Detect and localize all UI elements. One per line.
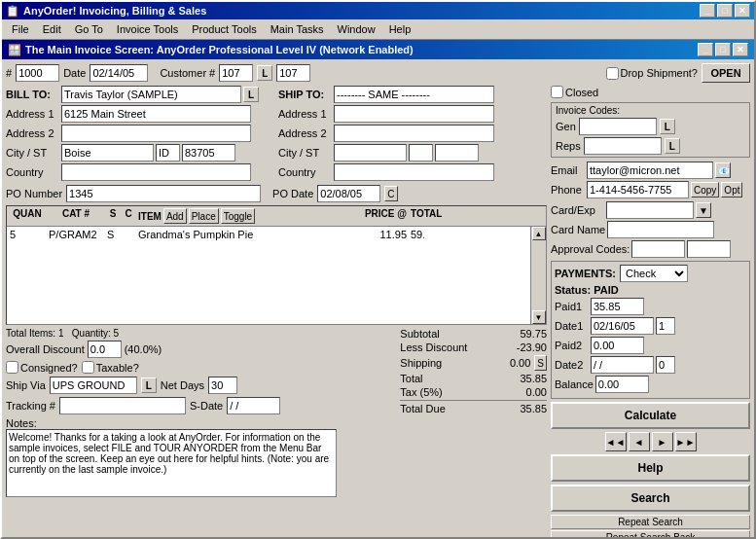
nav-next-button[interactable]: ► [652, 432, 673, 451]
open-button[interactable]: OPEN [702, 63, 750, 83]
nav-last-button[interactable]: ►► [675, 432, 697, 451]
consigned-checkbox[interactable] [6, 361, 18, 374]
menu-help[interactable]: Help [383, 21, 417, 37]
invoice-restore-btn[interactable]: □ [715, 43, 731, 56]
menu-window[interactable]: Window [332, 21, 381, 37]
reps-label: Reps [556, 140, 581, 152]
card-dropdown-button[interactable]: ▼ [696, 202, 711, 218]
shipping-s-button[interactable]: S [534, 355, 547, 371]
menu-goto[interactable]: Go To [69, 21, 109, 37]
invoice-number-input[interactable] [16, 64, 59, 82]
date1-num-input[interactable] [656, 317, 675, 335]
menu-edit[interactable]: Edit [37, 21, 67, 37]
reps-l-button[interactable]: L [665, 138, 680, 154]
search-button[interactable]: Search [551, 485, 750, 512]
subtotal-value: 59.75 [498, 328, 547, 340]
toggle-button[interactable]: Toggle [221, 208, 255, 224]
approval-input1[interactable] [631, 240, 685, 258]
paid2-input[interactable] [591, 337, 644, 354]
total-label: Total [400, 373, 478, 384]
maximize-btn[interactable]: □ [717, 4, 733, 18]
opt-button[interactable]: Opt [721, 182, 742, 198]
menu-product-tools[interactable]: Product Tools [186, 21, 262, 37]
date1-input[interactable] [591, 317, 654, 335]
ship-zip-input[interactable] [435, 144, 479, 162]
s-date-input[interactable] [227, 397, 280, 414]
card-name-input[interactable] [607, 221, 714, 238]
item-c [121, 228, 136, 241]
calculate-button[interactable]: Calculate [551, 402, 750, 429]
bill-address2-input[interactable] [61, 125, 251, 142]
col-quan: QUAN [8, 207, 47, 225]
balance-input[interactable] [595, 376, 649, 393]
bill-l-button[interactable]: L [243, 87, 259, 102]
net-days-input[interactable] [208, 377, 237, 394]
payment-method-select[interactable]: Check Cash Credit [620, 265, 688, 282]
email-input[interactable] [587, 162, 713, 179]
date-input[interactable] [90, 64, 148, 82]
po-date-input[interactable] [317, 185, 380, 202]
approval-input2[interactable] [687, 240, 731, 258]
tracking-input[interactable] [59, 397, 186, 414]
ship-same-input[interactable] [334, 86, 494, 103]
ship-address1-label: Address 1 [278, 108, 332, 120]
overall-discount-input[interactable] [88, 341, 122, 358]
drop-shipment-checkbox[interactable] [606, 67, 619, 80]
po-c-button[interactable]: C [384, 186, 397, 201]
balance-label: Balance [555, 378, 594, 390]
repeat-search-back-button[interactable]: Repeat Search Back [551, 530, 750, 539]
nav-prev-button[interactable]: ◄ [629, 432, 650, 451]
bill-state-input[interactable] [156, 144, 180, 162]
col-total: TOTAL [409, 207, 424, 225]
card-name-label: Card Name [551, 224, 605, 235]
customer-num-input[interactable] [219, 64, 253, 82]
close-btn[interactable]: ✕ [735, 4, 750, 18]
scroll-down-btn[interactable]: ▼ [532, 310, 546, 324]
bill-name-input[interactable] [61, 86, 241, 103]
customer-l-button[interactable]: L [257, 65, 272, 81]
nav-first-button[interactable]: ◄◄ [605, 432, 627, 451]
scroll-up-btn[interactable]: ▲ [532, 227, 546, 240]
gen-input[interactable] [579, 118, 657, 135]
ship-address1-input[interactable] [334, 105, 494, 123]
customer-name-input[interactable] [276, 64, 310, 82]
invoice-minimize-btn[interactable]: _ [698, 43, 713, 56]
add-button[interactable]: Add [163, 208, 187, 224]
paid1-input[interactable] [591, 298, 644, 315]
ship-state-input[interactable] [409, 144, 433, 162]
date2-input[interactable] [591, 356, 654, 374]
col-price: PRICE @ [350, 207, 409, 225]
ship-city-input[interactable] [334, 144, 407, 162]
bill-zip-input[interactable] [182, 144, 235, 162]
ship-via-l-button[interactable]: L [141, 377, 157, 393]
email-icon-button[interactable]: 📧 [715, 162, 731, 178]
bill-city-input[interactable] [61, 144, 154, 162]
closed-checkbox[interactable] [551, 86, 563, 98]
less-discount-label: Less Discount [400, 341, 478, 353]
invoice-close-btn[interactable]: ✕ [733, 43, 748, 56]
taxable-checkbox[interactable] [82, 361, 94, 374]
phone-input[interactable] [587, 181, 689, 198]
menu-file[interactable]: File [6, 21, 35, 37]
date2-num-input[interactable] [656, 356, 675, 374]
overall-discount-label: Overall Discount [6, 343, 85, 355]
bill-country-input[interactable] [61, 163, 251, 181]
drop-shipment-label: Drop Shipment? [606, 67, 699, 80]
po-number-input[interactable] [66, 185, 261, 202]
copy-button[interactable]: Copy [691, 182, 719, 198]
table-row[interactable]: 5 P/GRAM2 S Grandma's Pumpkin Pie 11.95 … [7, 227, 530, 242]
menu-invoice-tools[interactable]: Invoice Tools [111, 21, 184, 37]
gen-l-button[interactable]: L [660, 119, 675, 134]
repeat-search-button[interactable]: Repeat Search [551, 515, 750, 529]
place-button[interactable]: Place [189, 208, 219, 224]
minimize-btn[interactable]: _ [700, 4, 715, 18]
ship-address2-input[interactable] [334, 125, 494, 142]
bill-address1-input[interactable] [61, 105, 251, 123]
ship-to-label: SHIP TO: [278, 89, 332, 100]
menu-main-tasks[interactable]: Main Tasks [265, 21, 330, 37]
ship-country-input[interactable] [334, 163, 494, 181]
ship-via-input[interactable] [50, 377, 137, 394]
help-button[interactable]: Help [551, 454, 750, 482]
card-exp-input[interactable] [606, 201, 694, 219]
reps-input[interactable] [584, 137, 662, 155]
